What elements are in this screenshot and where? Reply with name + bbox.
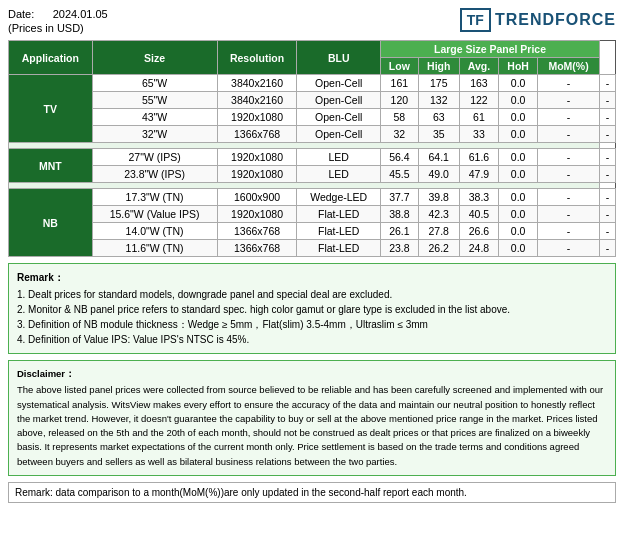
remark-box: Remark： 1. Dealt prices for standard mod… [8,263,616,354]
table-row: 11.6"W (TN)1366x768Flat-LED23.826.224.80… [9,240,616,257]
cell: 0.0 [499,75,538,92]
cell: - [537,166,599,183]
cell: 3840x2160 [217,75,297,92]
col-avg: Avg. [459,58,499,75]
cell: 42.3 [418,206,459,223]
prices-note: (Prices in USD) [8,22,108,34]
cell: Open-Cell [297,75,380,92]
cell: 1600x900 [217,189,297,206]
logo-tf: TF [467,12,484,28]
cell: Open-Cell [297,126,380,143]
cell: 35 [418,126,459,143]
cell: - [537,223,599,240]
cell: 14.0"W (TN) [92,223,217,240]
cell: 0.0 [499,240,538,257]
cell: - [600,109,616,126]
logo-name: TRENDFORCE [495,11,616,29]
cell: 161 [380,75,418,92]
app-cell-nb: NB [9,189,93,257]
cell: 38.8 [380,206,418,223]
cell: Open-Cell [297,109,380,126]
cell: 1366x768 [217,126,297,143]
cell: - [600,206,616,223]
cell: 39.8 [418,189,459,206]
cell: - [600,166,616,183]
cell: 0.0 [499,206,538,223]
cell: - [600,149,616,166]
cell: - [537,206,599,223]
cell: 0.0 [499,126,538,143]
remark-title: Remark： [17,270,607,285]
cell: 61.6 [459,149,499,166]
col-blu: BLU [297,41,380,75]
cell: Flat-LED [297,240,380,257]
cell: 49.0 [418,166,459,183]
cell: - [537,109,599,126]
remark-line: 4. Definition of Value IPS: Value IPS's … [17,332,607,347]
col-large-size-panel-price: Large Size Panel Price [380,41,599,58]
col-mom: MoM(%) [537,58,599,75]
cell: 26.6 [459,223,499,240]
cell: 0.0 [499,109,538,126]
cell: - [600,126,616,143]
table-row: TV65"W3840x2160Open-Cell1611751630.0-- [9,75,616,92]
table-row: 14.0"W (TN)1366x768Flat-LED26.127.826.60… [9,223,616,240]
col-hoh: HoH [499,58,538,75]
table-row: NB17.3"W (TN)1600x900Wedge-LED37.739.838… [9,189,616,206]
cell: - [537,149,599,166]
cell: 63 [418,109,459,126]
cell: 40.5 [459,206,499,223]
bottom-remark: Remark: data comparison to a month(MoM(%… [8,482,616,503]
cell: 26.2 [418,240,459,257]
cell: 0.0 [499,166,538,183]
cell: - [537,126,599,143]
col-high: High [418,58,459,75]
cell: 23.8 [380,240,418,257]
cell: 120 [380,92,418,109]
main-table: Application Size Resolution BLU Large Si… [8,40,616,257]
cell: Flat-LED [297,223,380,240]
table-row: 43"W1920x1080Open-Cell5863610.0-- [9,109,616,126]
cell: 122 [459,92,499,109]
cell: 55"W [92,92,217,109]
header-left: Date: 2024.01.05 (Prices in USD) [8,8,108,34]
col-low: Low [380,58,418,75]
cell: - [600,75,616,92]
cell: 27.8 [418,223,459,240]
cell: - [600,92,616,109]
cell: 64.1 [418,149,459,166]
cell: Open-Cell [297,92,380,109]
disclaimer-box: Disclaimer： The above listed panel price… [8,360,616,476]
cell: 11.6"W (TN) [92,240,217,257]
cell: 33 [459,126,499,143]
cell: 1920x1080 [217,166,297,183]
date-label: Date: [8,8,34,20]
cell: 0.0 [499,189,538,206]
cell: - [537,75,599,92]
cell: 37.7 [380,189,418,206]
header: Date: 2024.01.05 (Prices in USD) TF TREN… [8,8,616,34]
logo-wrapper: TF TRENDFORCE [460,8,616,32]
cell: 56.4 [380,149,418,166]
cell: 47.9 [459,166,499,183]
logo-tf-box: TF [460,8,491,32]
cell: 61 [459,109,499,126]
col-size: Size [92,41,217,75]
cell: 32 [380,126,418,143]
cell: 1920x1080 [217,149,297,166]
cell: 32"W [92,126,217,143]
cell: 0.0 [499,223,538,240]
cell: 0.0 [499,149,538,166]
remark-line: 3. Definition of NB module thickness：Wed… [17,317,607,332]
cell: 45.5 [380,166,418,183]
cell: 1366x768 [217,223,297,240]
cell: 163 [459,75,499,92]
remark-lines: 1. Dealt prices for standard models, dow… [17,287,607,347]
cell: 1920x1080 [217,206,297,223]
cell: 3840x2160 [217,92,297,109]
table-row: 55"W3840x2160Open-Cell1201321220.0-- [9,92,616,109]
disclaimer-text: The above listed panel prices were colle… [17,383,607,469]
cell: 1366x768 [217,240,297,257]
cell: 58 [380,109,418,126]
cell: - [600,223,616,240]
